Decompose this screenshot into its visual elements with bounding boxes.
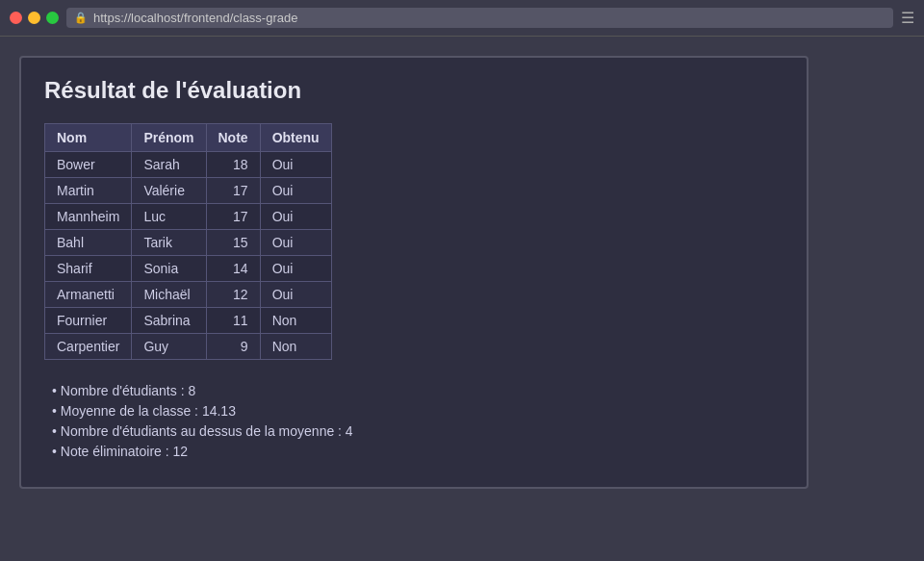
cell-prenom: Guy <box>132 334 206 360</box>
cell-prenom: Sabrina <box>132 308 206 334</box>
cell-note: 12 <box>206 282 260 308</box>
cell-prenom: Tarik <box>132 230 206 256</box>
table-row: MartinValérie17Oui <box>45 178 332 204</box>
header-obtenu: Obtenu <box>260 124 331 152</box>
table-row: FournierSabrina11Non <box>45 308 332 334</box>
header-nom: Nom <box>45 124 132 152</box>
cell-nom: Fournier <box>45 308 132 334</box>
cell-nom: Martin <box>45 178 132 204</box>
table-row: CarpentierGuy9Non <box>45 334 332 360</box>
cell-prenom: Sarah <box>132 152 206 178</box>
title-bar: 🔒 https://localhost/frontend/class-grade… <box>0 0 924 36</box>
cell-obtenu: Oui <box>260 204 331 230</box>
cell-nom: Armanetti <box>45 282 132 308</box>
cell-obtenu: Oui <box>260 230 331 256</box>
cell-prenom: Michaël <box>132 282 206 308</box>
cell-obtenu: Oui <box>260 282 331 308</box>
table-row: SharifSonia14Oui <box>45 256 332 282</box>
browser-chrome: 🔒 https://localhost/frontend/class-grade… <box>0 0 924 37</box>
cell-nom: Carpentier <box>45 334 132 360</box>
cell-note: 18 <box>206 152 260 178</box>
cell-nom: Mannheim <box>45 204 132 230</box>
url-text: https://localhost/frontend/class-grade <box>93 11 297 25</box>
header-prenom: Prénom <box>132 124 206 152</box>
page-title: Résultat de l'évaluation <box>44 77 783 104</box>
result-card: Résultat de l'évaluation Nom Prénom Note… <box>19 56 808 489</box>
cell-obtenu: Oui <box>260 152 331 178</box>
cell-note: 17 <box>206 178 260 204</box>
maximize-button[interactable] <box>46 12 59 24</box>
cell-note: 15 <box>206 230 260 256</box>
cell-nom: Bower <box>45 152 132 178</box>
cell-note: 14 <box>206 256 260 282</box>
address-bar[interactable]: 🔒 https://localhost/frontend/class-grade <box>66 8 893 28</box>
cell-note: 9 <box>206 334 260 360</box>
table-row: MannheimLuc17Oui <box>45 204 332 230</box>
table-row: BowerSarah18Oui <box>45 152 332 178</box>
cell-prenom: Valérie <box>132 178 206 204</box>
table-row: ArmanettiMichaël12Oui <box>45 282 332 308</box>
table-row: BahlTarik15Oui <box>45 230 332 256</box>
close-button[interactable] <box>10 12 22 24</box>
cell-note: 17 <box>206 204 260 230</box>
cell-note: 11 <box>206 308 260 334</box>
stat-item: Moyenne de la classe : 14.13 <box>52 403 783 419</box>
lock-icon: 🔒 <box>74 12 88 24</box>
menu-icon[interactable]: ☰ <box>901 9 914 27</box>
cell-prenom: Luc <box>132 204 206 230</box>
stat-item: Note éliminatoire : 12 <box>52 444 783 459</box>
cell-prenom: Sonia <box>132 256 206 282</box>
cell-obtenu: Non <box>260 334 331 360</box>
page-content: Résultat de l'évaluation Nom Prénom Note… <box>0 37 924 556</box>
stat-item: Nombre d'étudiants : 8 <box>52 383 783 398</box>
cell-obtenu: Non <box>260 308 331 334</box>
grade-table: Nom Prénom Note Obtenu BowerSarah18OuiMa… <box>44 123 332 360</box>
table-header-row: Nom Prénom Note Obtenu <box>45 124 332 152</box>
cell-obtenu: Oui <box>260 256 331 282</box>
cell-obtenu: Oui <box>260 178 331 204</box>
header-note: Note <box>206 124 260 152</box>
stats-list: Nombre d'étudiants : 8Moyenne de la clas… <box>44 383 783 459</box>
cell-nom: Sharif <box>45 256 132 282</box>
stat-item: Nombre d'étudiants au dessus de la moyen… <box>52 423 783 439</box>
minimize-button[interactable] <box>28 12 40 24</box>
traffic-lights <box>10 12 59 24</box>
cell-nom: Bahl <box>45 230 132 256</box>
